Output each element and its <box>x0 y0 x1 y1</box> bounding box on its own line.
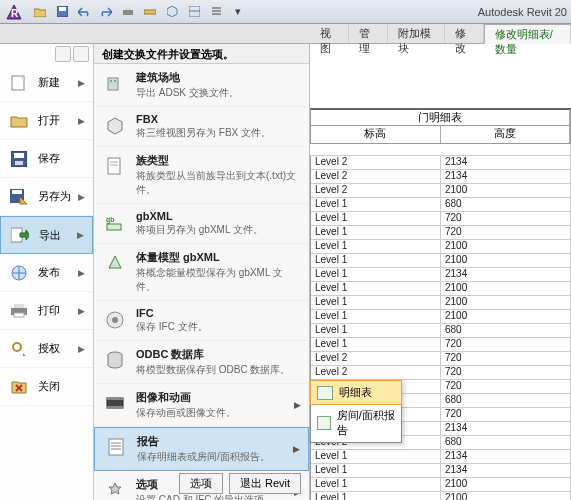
table-row[interactable]: Level 12100 <box>311 282 571 296</box>
qat-dropdown-icon[interactable]: ▾ <box>228 3 248 21</box>
table-row[interactable]: Level 12134 <box>311 268 571 282</box>
table-cell[interactable]: Level 1 <box>311 240 441 253</box>
menu-open[interactable]: 打开▶ <box>0 102 93 140</box>
menu-new[interactable]: 新建▶ <box>0 64 93 102</box>
qat-3d-icon[interactable] <box>162 3 182 21</box>
export-gbxml[interactable]: gb gbXML将项目另存为 gbXML 文件。 <box>94 204 309 244</box>
exit-button[interactable]: 退出 Revit <box>229 473 301 494</box>
export-ifc[interactable]: IFC保存 IFC 文件。 <box>94 301 309 341</box>
table-row[interactable]: Level 12100 <box>311 240 571 254</box>
table-row[interactable]: Level 12134 <box>311 450 571 464</box>
qat-save-icon[interactable] <box>52 3 72 21</box>
qat-open-icon[interactable] <box>30 3 50 21</box>
table-cell[interactable]: Level 1 <box>311 226 441 239</box>
flyout-room-area[interactable]: 房间/面积报告 <box>311 404 401 442</box>
menu-license[interactable]: 授权▶ <box>0 330 93 368</box>
table-row[interactable]: Level 12100 <box>311 296 571 310</box>
table-cell[interactable]: 2100 <box>441 282 571 295</box>
table-cell[interactable]: 720 <box>441 380 571 393</box>
table-cell[interactable]: 720 <box>441 352 571 365</box>
qat-list-icon[interactable] <box>206 3 226 21</box>
table-row[interactable]: Level 1680 <box>311 324 571 338</box>
menu-saveas[interactable]: 另存为▶ <box>0 178 93 216</box>
table-row[interactable]: Level 12100 <box>311 492 571 500</box>
table-cell[interactable]: Level 1 <box>311 450 441 463</box>
tab-addins[interactable]: 附加模块 <box>388 24 445 43</box>
table-cell[interactable]: Level 1 <box>311 464 441 477</box>
export-media[interactable]: 图像和动画保存动画或图像文件。 ▶ <box>94 384 309 427</box>
tab-modify[interactable]: 修改 <box>445 24 484 43</box>
export-odbc[interactable]: ODBC 数据库将模型数据保存到 ODBC 数据库。 <box>94 341 309 384</box>
table-row[interactable]: Level 22134 <box>311 170 571 184</box>
table-cell[interactable]: 720 <box>441 366 571 379</box>
table-cell[interactable]: Level 1 <box>311 254 441 267</box>
table-row[interactable]: Level 2720 <box>311 352 571 366</box>
table-cell[interactable]: 680 <box>441 394 571 407</box>
table-cell[interactable]: 2100 <box>441 310 571 323</box>
table-cell[interactable]: Level 2 <box>311 170 441 183</box>
table-row[interactable]: Level 12100 <box>311 478 571 492</box>
table-cell[interactable]: 2134 <box>441 422 571 435</box>
revit-app-icon[interactable]: R <box>4 2 24 22</box>
tab-view[interactable]: 视图 <box>310 24 349 43</box>
table-cell[interactable]: Level 1 <box>311 282 441 295</box>
table-cell[interactable]: 2134 <box>441 170 571 183</box>
table-cell[interactable]: Level 1 <box>311 338 441 351</box>
table-row[interactable]: Level 2720 <box>311 366 571 380</box>
table-cell[interactable]: 2134 <box>441 156 571 169</box>
table-cell[interactable]: Level 1 <box>311 324 441 337</box>
table-cell[interactable]: 720 <box>441 212 571 225</box>
table-cell[interactable]: Level 1 <box>311 478 441 491</box>
export-report[interactable]: 报告保存明细表或房间/面积报告。 ▶ <box>94 427 309 471</box>
qat-section-icon[interactable] <box>184 3 204 21</box>
col-header-height[interactable]: 高度 <box>441 126 571 143</box>
qat-print-icon[interactable] <box>118 3 138 21</box>
tab-manage[interactable]: 管理 <box>349 24 388 43</box>
table-row[interactable]: Level 1720 <box>311 212 571 226</box>
export-fbx[interactable]: FBX将三维视图另存为 FBX 文件。 <box>94 107 309 147</box>
table-cell[interactable]: 2134 <box>441 268 571 281</box>
table-cell[interactable]: 2134 <box>441 450 571 463</box>
schedule-grid[interactable]: Level 22134Level 22134Level 22100Level 1… <box>310 156 571 500</box>
qat-undo-icon[interactable] <box>74 3 94 21</box>
table-cell[interactable]: Level 2 <box>311 184 441 197</box>
table-cell[interactable]: 720 <box>441 226 571 239</box>
export-site[interactable]: 建筑场地导出 ADSK 交换文件。 <box>94 64 309 107</box>
table-cell[interactable]: 2100 <box>441 254 571 267</box>
recent-large-icon[interactable] <box>73 46 89 62</box>
table-row[interactable]: Level 12100 <box>311 254 571 268</box>
table-row[interactable]: Level 1680 <box>311 198 571 212</box>
table-row[interactable]: Level 22134 <box>311 156 571 170</box>
table-cell[interactable]: Level 2 <box>311 352 441 365</box>
table-cell[interactable]: 2100 <box>441 492 571 500</box>
table-cell[interactable]: 720 <box>441 408 571 421</box>
flyout-schedule[interactable]: 明细表 <box>310 380 402 405</box>
export-family[interactable]: 族类型将族类型从当前族导出到文本(.txt)文件。 <box>94 147 309 204</box>
table-row[interactable]: Level 22100 <box>311 184 571 198</box>
table-cell[interactable]: 2100 <box>441 240 571 253</box>
recent-small-icon[interactable] <box>55 46 71 62</box>
table-cell[interactable]: 2100 <box>441 184 571 197</box>
table-row[interactable]: Level 12100 <box>311 310 571 324</box>
table-cell[interactable]: 2100 <box>441 296 571 309</box>
qat-redo-icon[interactable] <box>96 3 116 21</box>
table-row[interactable]: Level 1720 <box>311 338 571 352</box>
table-cell[interactable]: Level 1 <box>311 268 441 281</box>
export-mass-gbxml[interactable]: 体量模型 gbXML将概念能量模型保存为 gbXML 文件。 <box>94 244 309 301</box>
table-cell[interactable]: 720 <box>441 338 571 351</box>
col-header-level[interactable]: 标高 <box>311 126 441 143</box>
table-cell[interactable]: Level 1 <box>311 198 441 211</box>
table-row[interactable]: Level 1720 <box>311 226 571 240</box>
table-cell[interactable]: Level 2 <box>311 156 441 169</box>
table-cell[interactable]: 680 <box>441 436 571 449</box>
table-cell[interactable]: Level 1 <box>311 296 441 309</box>
table-cell[interactable]: Level 1 <box>311 212 441 225</box>
table-row[interactable]: Level 12134 <box>311 464 571 478</box>
table-cell[interactable]: 680 <box>441 324 571 337</box>
table-cell[interactable]: Level 1 <box>311 492 441 500</box>
tab-modify-schedule[interactable]: 修改明细表/数量 <box>484 24 571 44</box>
menu-publish[interactable]: 发布▶ <box>0 254 93 292</box>
menu-print[interactable]: 打印▶ <box>0 292 93 330</box>
table-cell[interactable]: Level 2 <box>311 366 441 379</box>
qat-measure-icon[interactable] <box>140 3 160 21</box>
